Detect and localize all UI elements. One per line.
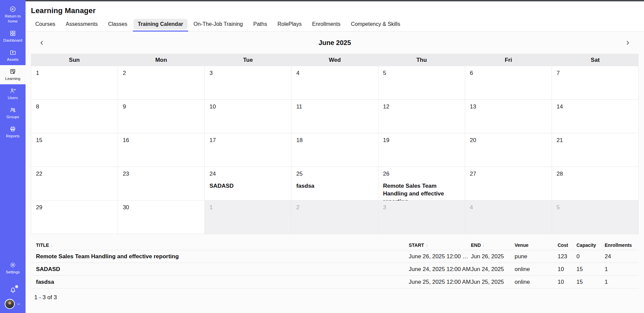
tab-roleplays[interactable]: RolePlays (273, 19, 306, 30)
calendar-cell[interactable]: 20 (465, 133, 552, 167)
day-header-tue: Tue (205, 57, 291, 63)
tab-assessments[interactable]: Assessments (62, 19, 102, 30)
cell-venue: online (515, 279, 558, 285)
chevron-down-icon (16, 302, 21, 306)
date-number: 17 (209, 137, 216, 143)
sidebar-item-return-to-home[interactable]: Return to home (0, 3, 26, 27)
cell-title: Remote Sales Team Handling and effective… (36, 253, 409, 260)
calendar-cell-other-month[interactable]: 4 (465, 200, 552, 234)
day-header-wed: Wed (291, 57, 378, 63)
sidebar-item-groups[interactable]: Groups (0, 103, 26, 123)
table-row[interactable]: SADASDJune 24, 2025 12:00 AMJun 24, 2025… (31, 263, 639, 276)
calendar-cell[interactable]: 12 (378, 100, 465, 133)
day-header-fri: Fri (465, 57, 552, 63)
page-header: Learning Manager (26, 1, 644, 15)
sort-arrow-icon: ↓ (426, 242, 428, 248)
sidebar-item-settings[interactable]: Settings (5, 259, 21, 278)
calendar-cell[interactable]: 27 (465, 167, 552, 200)
sidebar-nav: Return to homeDashboardAssetsLearningUse… (0, 0, 26, 142)
calendar-cell-other-month[interactable]: 2 (291, 200, 378, 234)
cell-cost: 123 (558, 253, 576, 260)
notifications-button[interactable] (9, 286, 17, 294)
calendar-cell[interactable]: 18 (291, 133, 378, 167)
calendar-cell[interactable]: 23 (118, 167, 205, 200)
sidebar-item-dashboard[interactable]: Dashboard (0, 27, 26, 46)
calendar-cell[interactable]: 19 (378, 133, 465, 167)
table-row[interactable]: fasdsaJune 25, 2025 12:00 AMJun 25, 2025… (31, 276, 639, 288)
tab-competency-skills[interactable]: Competency & Skills (347, 19, 405, 30)
date-number: 18 (296, 137, 303, 143)
groups-icon (9, 106, 16, 113)
cell-start: June 26, 2025 12:00 PM (409, 253, 471, 260)
column-header-start[interactable]: START↓ (409, 242, 471, 248)
calendar-event[interactable]: fasdsa (296, 182, 373, 190)
calendar-cell[interactable]: 11 (291, 100, 378, 133)
next-month-button[interactable] (623, 39, 632, 47)
pagination-label: 1 - 3 of 3 (31, 288, 639, 307)
calendar-cell[interactable]: 6 (465, 66, 552, 100)
tab-classes[interactable]: Classes (104, 19, 132, 30)
calendar-cell[interactable]: 5 (378, 66, 465, 100)
calendar-cell-other-month[interactable]: 3 (378, 200, 465, 234)
column-header-venue: Venue (515, 242, 558, 248)
tab-enrollments[interactable]: Enrollments (308, 19, 345, 30)
calendar-cell[interactable]: 26Remote Sales Team Handling and effecti… (378, 167, 465, 200)
calendar-cell[interactable]: 30 (118, 200, 205, 234)
calendar-cell[interactable]: 22 (31, 167, 118, 200)
calendar-cell[interactable]: 14 (552, 100, 639, 133)
return-home-icon (9, 6, 16, 12)
table-body: Remote Sales Team Handling and effective… (31, 250, 639, 288)
column-label: Enrollments (605, 242, 632, 248)
calendar-cell[interactable]: 9 (118, 100, 205, 133)
date-number: 14 (557, 103, 563, 110)
tab-on-the-job-training[interactable]: On-The-Job Training (189, 19, 247, 30)
date-number: 16 (123, 137, 129, 143)
cell-title: fasdsa (36, 279, 409, 285)
calendar-cell[interactable]: 17 (205, 133, 291, 167)
table-row[interactable]: Remote Sales Team Handling and effective… (31, 250, 639, 263)
calendar-cell[interactable]: 3 (205, 66, 291, 100)
calendar-cell[interactable]: 13 (465, 100, 552, 133)
cell-capacity: 0 (576, 253, 605, 260)
learning-icon (9, 68, 16, 75)
reports-icon (9, 126, 16, 132)
sidebar-item-reports[interactable]: Reports (0, 123, 26, 142)
column-label: Cost (558, 242, 568, 248)
sidebar-item-users[interactable]: Users (0, 84, 26, 103)
date-number: 30 (123, 204, 129, 211)
column-header-title[interactable]: TITLE↓ (36, 242, 409, 248)
calendar-cell[interactable]: 10 (205, 100, 291, 133)
calendar-cell[interactable]: 29 (31, 200, 118, 234)
calendar-cell[interactable]: 28 (552, 167, 639, 200)
tab-paths[interactable]: Paths (249, 19, 272, 30)
calendar-cell[interactable]: 2 (118, 66, 205, 100)
calendar-cell[interactable]: 25fasdsa (291, 167, 378, 200)
sidebar-item-label: Assets (7, 57, 19, 62)
tab-courses[interactable]: Courses (31, 19, 60, 30)
chevron-right-icon (625, 40, 631, 46)
calendar-cell[interactable]: 1 (31, 66, 118, 100)
column-label: START (409, 242, 424, 248)
column-header-end[interactable]: END↓ (471, 242, 515, 248)
events-table: TITLE↓START↓END↓VenueCostCapacityEnrollm… (31, 240, 639, 307)
calendar-cell-other-month[interactable]: 1 (205, 200, 291, 234)
calendar-event[interactable]: SADASD (209, 182, 286, 190)
training-calendar: June 2025 SunMonTueWedThuFriSat 12345678… (31, 32, 639, 234)
sidebar-item-learning[interactable]: Learning (0, 65, 26, 84)
previous-month-button[interactable] (38, 39, 46, 47)
calendar-cell[interactable]: 15 (31, 133, 118, 167)
calendar-cell[interactable]: 8 (31, 100, 118, 133)
calendar-cell[interactable]: 21 (552, 133, 639, 167)
date-number: 5 (383, 70, 386, 76)
date-number: 13 (470, 103, 476, 110)
calendar-cell[interactable]: 24SADASD (205, 167, 291, 200)
sidebar-item-assets[interactable]: Assets (0, 46, 26, 65)
user-menu[interactable] (5, 299, 21, 309)
date-number: 10 (209, 103, 216, 110)
calendar-cell[interactable]: 16 (118, 133, 205, 167)
calendar-cell[interactable]: 7 (552, 66, 639, 100)
tab-training-calendar[interactable]: Training Calendar (133, 19, 188, 30)
calendar-cell[interactable]: 4 (291, 66, 378, 100)
calendar-cell-other-month[interactable]: 5 (552, 200, 639, 234)
date-number: 11 (296, 103, 302, 110)
